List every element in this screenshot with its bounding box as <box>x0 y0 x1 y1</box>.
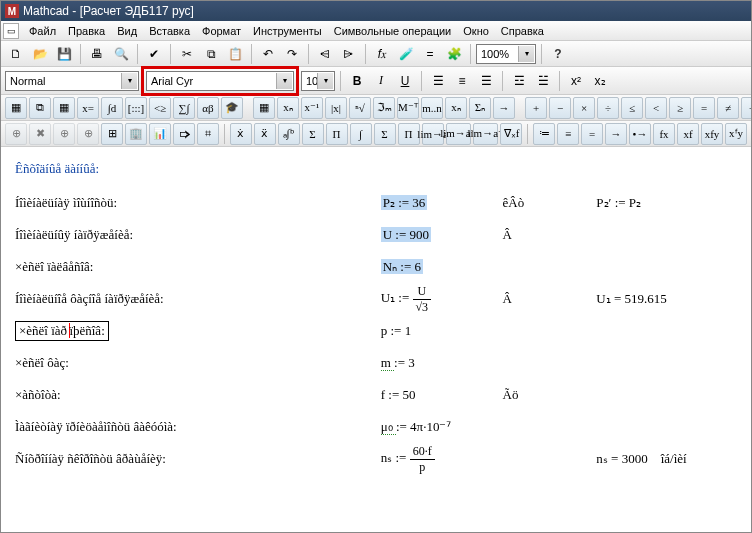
document-area[interactable]: Êñõîäíûå äàííûå: Íîìèíàëüíàÿ ìîùíîñòü:P₂… <box>1 147 751 532</box>
math-button[interactable]: ≥ <box>669 97 691 119</box>
align-icon[interactable]: ⩤ <box>314 43 336 65</box>
math-button[interactable]: xₙ <box>445 97 467 119</box>
underline-button[interactable]: U <box>394 70 416 92</box>
math-button[interactable]: ⁿ√ <box>349 97 371 119</box>
math-button[interactable]: Π <box>398 123 420 145</box>
align-center-icon[interactable]: ≡ <box>451 70 473 92</box>
math-button[interactable]: m..n <box>421 97 443 119</box>
math-button[interactable]: xfy <box>701 123 723 145</box>
math-button[interactable]: ∫d <box>101 97 123 119</box>
numbers-icon[interactable]: ☱ <box>532 70 554 92</box>
math-button[interactable]: αβ <box>197 97 219 119</box>
cut-icon[interactable]: ✂ <box>176 43 198 65</box>
math-button[interactable]: 📊 <box>149 123 171 145</box>
math-button[interactable]: <≥ <box>149 97 171 119</box>
math-button[interactable]: xf <box>677 123 699 145</box>
math-button[interactable]: lim→a⁻ <box>473 123 498 145</box>
font-combo[interactable]: Arial Cyr ▾ <box>146 71 294 91</box>
redo-icon[interactable]: ↷ <box>281 43 303 65</box>
mdi-icon[interactable]: ▭ <box>3 23 19 39</box>
math-button[interactable]: x= <box>77 97 99 119</box>
row-expression[interactable]: U₁ := U√3 <box>381 284 503 315</box>
bullets-icon[interactable]: ☲ <box>508 70 530 92</box>
math-button[interactable]: 🏢 <box>125 123 147 145</box>
chevron-down-icon[interactable]: ▾ <box>317 73 333 89</box>
new-icon[interactable]: 🗋 <box>5 43 27 65</box>
chevron-down-icon[interactable]: ▾ <box>276 73 292 89</box>
chevron-down-icon[interactable]: ▾ <box>518 46 534 62</box>
math-button[interactable]: ∫ <box>350 123 372 145</box>
math-button[interactable]: ✖ <box>29 123 51 145</box>
math-button[interactable]: → <box>493 97 515 119</box>
math-button[interactable]: ≔ <box>533 123 555 145</box>
row-expression[interactable]: m := 3 <box>381 355 503 371</box>
math-button[interactable]: × <box>573 97 595 119</box>
print-preview-icon[interactable]: 🔍 <box>110 43 132 65</box>
math-button[interactable]: [:::] <box>125 97 147 119</box>
math-button[interactable]: 🢥 <box>173 123 195 145</box>
menu-window[interactable]: Окно <box>457 23 495 39</box>
menu-view[interactable]: Вид <box>111 23 143 39</box>
spellcheck-icon[interactable]: ✔ <box>143 43 165 65</box>
menu-tools[interactable]: Инструменты <box>247 23 328 39</box>
menu-format[interactable]: Формат <box>196 23 247 39</box>
math-button[interactable]: x⁻¹ <box>301 97 323 119</box>
math-button[interactable]: ∇ₓf <box>500 123 522 145</box>
superscript-icon[interactable]: x² <box>565 70 587 92</box>
math-button[interactable]: = <box>693 97 715 119</box>
math-button[interactable]: ⧉ <box>29 97 51 119</box>
math-button[interactable]: Σ <box>302 123 324 145</box>
math-button[interactable]: ▦ <box>53 97 75 119</box>
chevron-down-icon[interactable]: ▾ <box>121 73 137 89</box>
row-expression[interactable]: Nₙ := 6 <box>381 259 503 275</box>
math-button[interactable]: fx <box>653 123 675 145</box>
math-button[interactable]: ≠ <box>717 97 739 119</box>
align2-icon[interactable]: ⩥ <box>338 43 360 65</box>
row-expression[interactable]: p := 1 <box>381 323 503 339</box>
menu-symbolic[interactable]: Символьные операции <box>328 23 458 39</box>
math-button[interactable]: xᶠy <box>725 123 747 145</box>
math-button[interactable]: |x| <box>325 97 347 119</box>
math-button[interactable]: ÷ <box>597 97 619 119</box>
paste-icon[interactable]: 📋 <box>224 43 246 65</box>
math-button[interactable]: ≤ <box>621 97 643 119</box>
math-button[interactable]: •→ <box>629 123 651 145</box>
math-button[interactable]: ⊕ <box>77 123 99 145</box>
math-button[interactable]: Π <box>326 123 348 145</box>
menu-file[interactable]: Файл <box>23 23 62 39</box>
math-button[interactable]: ▦ <box>5 97 27 119</box>
math-button[interactable]: ⊕ <box>53 123 75 145</box>
math-button[interactable]: ẍ <box>254 123 276 145</box>
math-button[interactable]: ∑∫ <box>173 97 195 119</box>
undo-icon[interactable]: ↶ <box>257 43 279 65</box>
unit-icon[interactable]: 🧪 <box>395 43 417 65</box>
math-button[interactable]: M⁻ᵀ <box>397 97 419 119</box>
align-right-icon[interactable]: ☰ <box>475 70 497 92</box>
math-button[interactable]: ⌗ <box>197 123 219 145</box>
math-button[interactable]: ẋ <box>230 123 252 145</box>
math-button[interactable]: ℑₘ <box>373 97 395 119</box>
zoom-combo[interactable]: 100% ▾ <box>476 44 536 64</box>
subscript-icon[interactable]: x₂ <box>589 70 611 92</box>
component-icon[interactable]: 🧩 <box>443 43 465 65</box>
row-expression[interactable]: nₛ := 60·fp <box>381 444 503 475</box>
help-icon[interactable]: ? <box>547 43 569 65</box>
math-button[interactable]: ⊞ <box>101 123 123 145</box>
math-button[interactable]: ▦ <box>253 97 275 119</box>
math-button[interactable]: + <box>525 97 547 119</box>
math-button[interactable]: = <box>581 123 603 145</box>
math-button[interactable]: ⊕ <box>5 123 27 145</box>
fx-icon[interactable]: f𝑥 <box>371 43 393 65</box>
menu-help[interactable]: Справка <box>495 23 550 39</box>
math-button[interactable]: Σₙ <box>469 97 491 119</box>
italic-button[interactable]: I <box>370 70 392 92</box>
row-expression[interactable]: f := 50 <box>381 387 503 403</box>
open-icon[interactable]: 📂 <box>29 43 51 65</box>
style-combo[interactable]: Normal ▾ <box>5 71 139 91</box>
text-region-selected[interactable]: ×èñëî ïàð ïþëñîâ: <box>15 321 109 341</box>
math-button[interactable]: < <box>645 97 667 119</box>
math-button[interactable]: → <box>605 123 627 145</box>
print-icon[interactable]: 🖶 <box>86 43 108 65</box>
math-button[interactable]: ≡ <box>557 123 579 145</box>
menu-edit[interactable]: Правка <box>62 23 111 39</box>
